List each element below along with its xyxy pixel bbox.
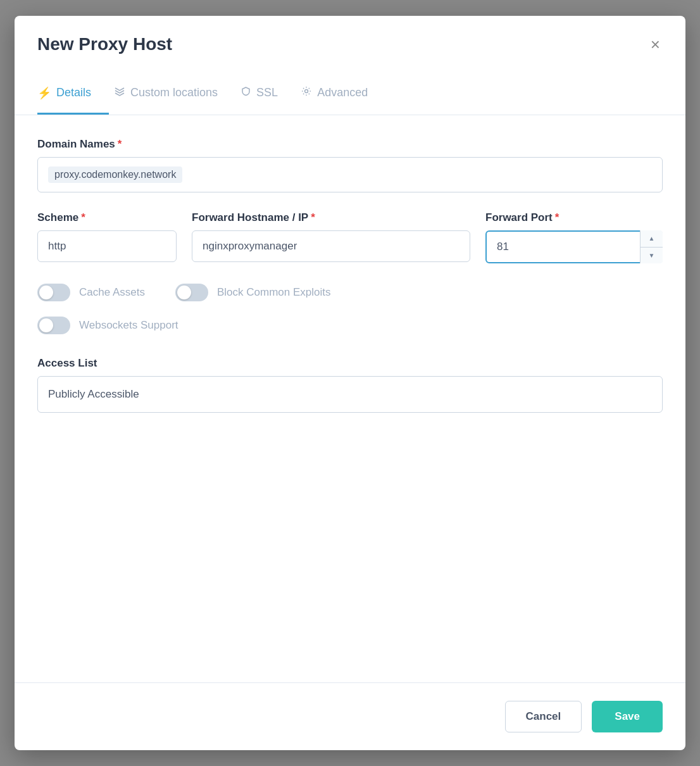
websockets-toggle[interactable] [37,317,70,334]
tab-advanced[interactable]: Advanced [301,70,385,115]
domain-names-input-wrapper[interactable]: proxy.codemonkey.network [37,157,663,192]
forward-hostname-field: Forward Hostname / IP* [192,211,470,263]
websockets-toggle-item: Websockets Support [37,317,178,334]
access-list-value: Publicly Accessible [48,388,139,400]
websockets-thumb [39,318,53,332]
cache-assets-track [37,284,70,301]
forward-port-field: Forward Port* ▲ ▼ [485,211,663,263]
scheme-input[interactable] [37,230,177,262]
tab-advanced-label: Advanced [317,86,368,99]
block-exploits-track [175,284,208,301]
close-button[interactable]: × [648,34,663,55]
spinner-up[interactable]: ▲ [641,230,663,248]
modal-footer: Cancel Save [15,682,685,750]
forward-port-label: Forward Port* [485,211,663,224]
cache-assets-thumb [39,286,53,299]
tabs-container: ⚡ Details Custom locations SSL [15,70,685,115]
modal-body: Domain Names* proxy.codemonkey.network S… [15,115,685,682]
scheme-field: Scheme* [37,211,177,263]
block-exploits-toggle-item: Block Common Exploits [175,284,331,301]
forward-port-wrapper: ▲ ▼ [485,230,663,263]
tab-details[interactable]: ⚡ Details [37,71,109,115]
toggles-row-2: Websockets Support [37,317,663,334]
access-list-label: Access List [37,357,663,370]
domain-names-label: Domain Names* [37,138,663,151]
cache-assets-label: Cache Assets [79,286,145,299]
forward-hostname-label: Forward Hostname / IP* [192,211,470,224]
svg-point-0 [305,90,308,93]
gear-icon [301,85,312,100]
forward-port-input[interactable] [485,230,663,263]
tab-ssl-label: SSL [256,86,278,99]
domain-tag: proxy.codemonkey.network [48,166,182,183]
block-exploits-label: Block Common Exploits [217,286,331,299]
bolt-icon: ⚡ [37,86,51,100]
cancel-button[interactable]: Cancel [505,701,582,732]
layers-icon [114,85,125,100]
access-list-select[interactable]: Publicly Accessible [37,376,663,413]
websockets-label: Websockets Support [79,319,178,332]
tab-custom-locations[interactable]: Custom locations [114,70,235,115]
access-list-section: Access List Publicly Accessible [37,357,663,413]
block-exploits-toggle[interactable] [175,284,208,301]
tab-custom-locations-label: Custom locations [130,86,218,99]
tab-details-label: Details [56,86,91,99]
modal-title: New Proxy Host [37,34,172,54]
domain-names-required: * [118,138,122,150]
modal-container: New Proxy Host × ⚡ Details Custom locati… [15,16,685,750]
spinner-buttons: ▲ ▼ [640,230,663,263]
websockets-track [37,317,70,334]
toggles-row-1: Cache Assets Block Common Exploits [37,284,663,301]
scheme-label: Scheme* [37,211,177,224]
modal-header: New Proxy Host × [15,16,685,70]
tab-ssl[interactable]: SSL [241,71,296,115]
block-exploits-thumb [177,286,191,299]
cache-assets-toggle-item: Cache Assets [37,284,145,301]
save-button[interactable]: Save [592,701,663,732]
domain-names-field: Domain Names* proxy.codemonkey.network [37,138,663,192]
three-col-row: Scheme* Forward Hostname / IP* Forward P… [37,211,663,263]
forward-hostname-input[interactable] [192,230,470,262]
cache-assets-toggle[interactable] [37,284,70,301]
spinner-down[interactable]: ▼ [641,248,663,264]
shield-icon [241,86,251,100]
